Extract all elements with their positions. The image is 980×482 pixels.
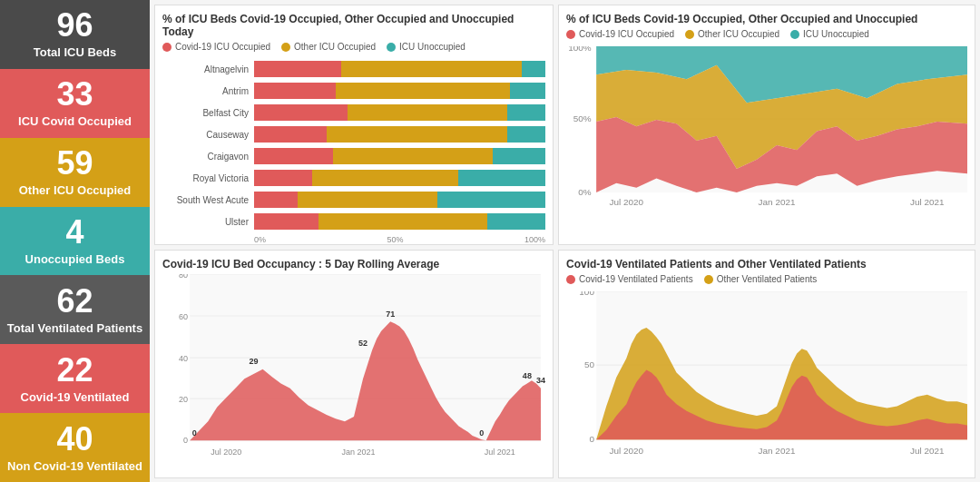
- bar-segment-other: [327, 126, 507, 143]
- svg-text:0: 0: [192, 428, 197, 438]
- bar-container: [254, 104, 545, 121]
- bar-segment-covid: [254, 148, 333, 164]
- svg-text:52: 52: [358, 338, 368, 347]
- legend-other-vent: Other Ventilated Patients: [704, 274, 818, 284]
- legend-covid-dot: [162, 43, 172, 52]
- ventilated-legend: Covid-19 Ventilated Patients Other Venti…: [566, 274, 967, 284]
- top-row: % of ICU Beds Covid-19 Occupied, Other O…: [154, 5, 975, 245]
- bar-segment-other: [312, 170, 458, 186]
- stat-covid-occupied-label: ICU Covid Occupied: [18, 114, 132, 128]
- sidebar: 96 Total ICU Beds 33 ICU Covid Occupied …: [0, 0, 150, 482]
- svg-text:29: 29: [249, 357, 258, 366]
- bar-segment-other: [336, 83, 511, 99]
- x-axis: 0% 50% 100%: [162, 235, 545, 244]
- bar-label: Antrim: [162, 86, 249, 96]
- legend-covid-area-label: Covid-19 ICU Occupied: [579, 29, 674, 39]
- svg-text:Jan 2021: Jan 2021: [341, 448, 375, 457]
- stat-unoccupied-label: Unoccupied Beds: [25, 252, 125, 266]
- legend-covid-area-dot: [566, 30, 575, 39]
- legend-unoccupied-label: ICU Unoccupied: [399, 42, 466, 52]
- legend-covid-vent: Covid-19 Ventilated Patients: [566, 274, 693, 284]
- bar-container: [254, 83, 545, 99]
- stat-unoccupied: 4 Unoccupied Beds: [0, 207, 150, 276]
- svg-text:Jul 2020: Jul 2020: [211, 448, 241, 457]
- legend-covid: Covid-19 ICU Occupied: [162, 42, 270, 52]
- stat-covid-vent-number: 22: [56, 354, 93, 387]
- bar-segment-other: [348, 104, 508, 121]
- svg-text:Jan 2021: Jan 2021: [759, 446, 796, 456]
- svg-text:0: 0: [589, 435, 594, 445]
- legend-covid-label: Covid-19 ICU Occupied: [175, 42, 270, 52]
- stat-total-vent: 62 Total Ventilated Patients: [0, 275, 150, 344]
- svg-text:100%: 100%: [568, 46, 592, 53]
- bar-segment-unoccupied: [507, 104, 545, 121]
- stacked-area-panel: % of ICU Beds Covid-19 Occupied, Other O…: [558, 5, 975, 245]
- stat-covid-vent: 22 Covid-19 Ventilated: [0, 344, 150, 413]
- bar-segment-unoccupied: [493, 148, 545, 164]
- bar-segment-unoccupied: [522, 61, 545, 77]
- legend-unoccupied-area-label: ICU Unoccupied: [803, 29, 869, 39]
- legend-covid-area: Covid-19 ICU Occupied: [566, 29, 674, 39]
- bar-row: Belfast City: [162, 104, 545, 121]
- legend-other-label: Other ICU Occupied: [294, 42, 376, 52]
- stat-covid-occupied-number: 33: [56, 78, 93, 111]
- bar-segment-other: [333, 148, 494, 164]
- stat-other-occupied: 59 Other ICU Occupied: [0, 138, 150, 207]
- bar-row: Antrim: [162, 83, 545, 99]
- svg-text:100: 100: [579, 291, 594, 297]
- legend-other-vent-label: Other Ventilated Patients: [717, 274, 818, 284]
- svg-text:0: 0: [183, 436, 188, 445]
- bar-chart-panel: % of ICU Beds Covid-19 Occupied, Other O…: [154, 5, 554, 245]
- svg-text:50: 50: [584, 360, 595, 370]
- x-axis-0: 0%: [254, 235, 266, 244]
- legend-other: Other ICU Occupied: [281, 42, 376, 52]
- svg-text:40: 40: [179, 354, 188, 363]
- svg-text:0%: 0%: [578, 187, 592, 197]
- stat-covid-occupied: 33 ICU Covid Occupied: [0, 69, 150, 138]
- svg-text:Jan 2021: Jan 2021: [759, 197, 796, 207]
- stat-other-occupied-label: Other ICU Occupied: [19, 183, 132, 197]
- bar-container: [254, 126, 545, 143]
- legend-unoccupied-area-dot: [790, 30, 799, 39]
- svg-text:Jul 2021: Jul 2021: [910, 197, 945, 207]
- svg-text:34: 34: [536, 376, 545, 385]
- bar-segment-covid: [254, 104, 348, 121]
- line-chart-svg: 80 60 40 20 0 71 52 29 48 34 0 0: [162, 274, 545, 464]
- bar-segment-unoccupied: [437, 192, 545, 208]
- bar-label: Craigavon: [162, 152, 249, 162]
- stat-non-covid-vent-label: Non Covid-19 Ventilated: [7, 459, 142, 473]
- stat-total-vent-label: Total Ventilated Patients: [7, 321, 142, 335]
- x-axis-100: 100%: [524, 235, 545, 244]
- bar-segment-other: [341, 61, 522, 77]
- ventilated-svg: 100 50 0 Jul 2020 Jan 2021 Jul 2021: [566, 291, 967, 458]
- stat-total-icu: 96 Total ICU Beds: [0, 0, 150, 69]
- stat-non-covid-vent-number: 40: [56, 423, 93, 456]
- bar-row: Ulster: [162, 213, 545, 230]
- bar-row: South West Acute: [162, 192, 545, 208]
- bar-segment-covid: [254, 61, 341, 77]
- svg-text:Jul 2020: Jul 2020: [610, 197, 644, 207]
- bar-chart-title: % of ICU Beds Covid-19 Occupied, Other O…: [162, 13, 545, 38]
- stacked-area-svg-container: 100% 50% 0% Jul 2020 Jan 2021 Jul 2021: [566, 46, 967, 216]
- bar-segment-covid: [254, 170, 312, 186]
- legend-other-dot: [281, 43, 290, 52]
- svg-text:48: 48: [523, 371, 532, 380]
- stat-total-icu-label: Total ICU Beds: [34, 45, 117, 59]
- line-chart-svg-container: 80 60 40 20 0 71 52 29 48 34 0 0: [162, 274, 545, 464]
- bar-segment-unoccupied: [507, 126, 545, 143]
- legend-other-area: Other ICU Occupied: [685, 29, 779, 39]
- bar-segment-unoccupied: [458, 170, 545, 186]
- main-content: % of ICU Beds Covid-19 Occupied, Other O…: [150, 0, 980, 482]
- svg-text:50%: 50%: [573, 113, 592, 123]
- stacked-area-legend: Covid-19 ICU Occupied Other ICU Occupied…: [566, 29, 967, 39]
- bar-segment-covid: [254, 192, 298, 208]
- legend-covid-vent-label: Covid-19 Ventilated Patients: [579, 274, 693, 284]
- bar-label: Causeway: [162, 130, 249, 140]
- legend-unoccupied: ICU Unoccupied: [387, 42, 466, 52]
- bar-row: Altnagelvin: [162, 61, 545, 77]
- bar-segment-covid: [254, 126, 327, 143]
- svg-text:80: 80: [179, 274, 188, 280]
- bar-segment-other: [318, 213, 487, 230]
- stat-total-vent-number: 62: [56, 285, 93, 318]
- bar-segment-unoccupied: [510, 83, 545, 99]
